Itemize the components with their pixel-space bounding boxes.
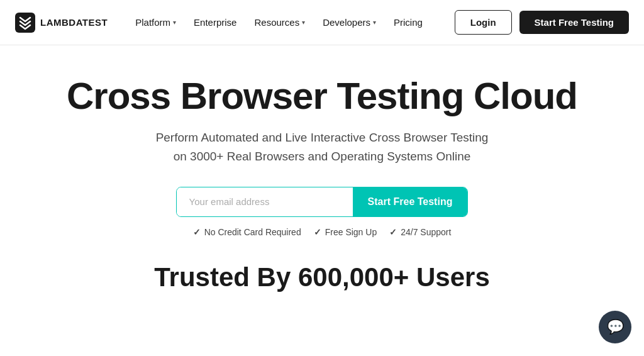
feature-247-support: ✓ 24/7 Support xyxy=(389,227,451,237)
email-form: Start Free Testing xyxy=(176,187,469,217)
nav-platform[interactable]: Platform ▾ xyxy=(128,12,184,33)
nav-enterprise[interactable]: Enterprise xyxy=(186,12,244,33)
hero-section: Cross Browser Testing Cloud Perform Auto… xyxy=(0,45,644,237)
logo-icon xyxy=(15,13,35,33)
trusted-title: Trusted By 600,000+ Users xyxy=(13,262,631,292)
nav-pricing[interactable]: Pricing xyxy=(386,12,430,33)
start-free-testing-button[interactable]: Start Free Testing xyxy=(353,187,468,216)
nav-actions: Login Start Free Testing xyxy=(455,10,629,35)
hero-title: Cross Browser Testing Cloud xyxy=(67,75,577,117)
start-free-testing-button-nav[interactable]: Start Free Testing xyxy=(519,11,629,34)
logo[interactable]: LAMBDATEST xyxy=(15,13,108,33)
nav-developers[interactable]: Developers ▾ xyxy=(315,12,384,33)
email-input[interactable] xyxy=(177,187,353,216)
chat-icon: 💬 xyxy=(607,319,624,335)
chevron-down-icon: ▾ xyxy=(373,19,376,26)
chevron-down-icon: ▾ xyxy=(302,19,305,26)
chat-bubble[interactable]: 💬 xyxy=(599,311,631,343)
chevron-down-icon: ▾ xyxy=(173,19,176,26)
navbar: LAMBDATEST Platform ▾ Enterprise Resourc… xyxy=(0,0,644,45)
nav-links: Platform ▾ Enterprise Resources ▾ Develo… xyxy=(128,12,455,33)
check-icon: ✓ xyxy=(314,227,321,237)
brand-name: LAMBDATEST xyxy=(40,17,108,28)
check-icon: ✓ xyxy=(193,227,201,237)
trusted-section: Trusted By 600,000+ Users xyxy=(0,237,644,292)
feature-free-signup: ✓ Free Sign Up xyxy=(314,227,377,237)
feature-no-credit-card: ✓ No Credit Card Required xyxy=(193,227,301,237)
check-icon: ✓ xyxy=(389,227,397,237)
login-button[interactable]: Login xyxy=(455,10,512,35)
hero-subtitle: Perform Automated and Live Interactive C… xyxy=(152,128,492,167)
features-row: ✓ No Credit Card Required ✓ Free Sign Up… xyxy=(193,227,452,237)
nav-resources[interactable]: Resources ▾ xyxy=(247,12,313,33)
